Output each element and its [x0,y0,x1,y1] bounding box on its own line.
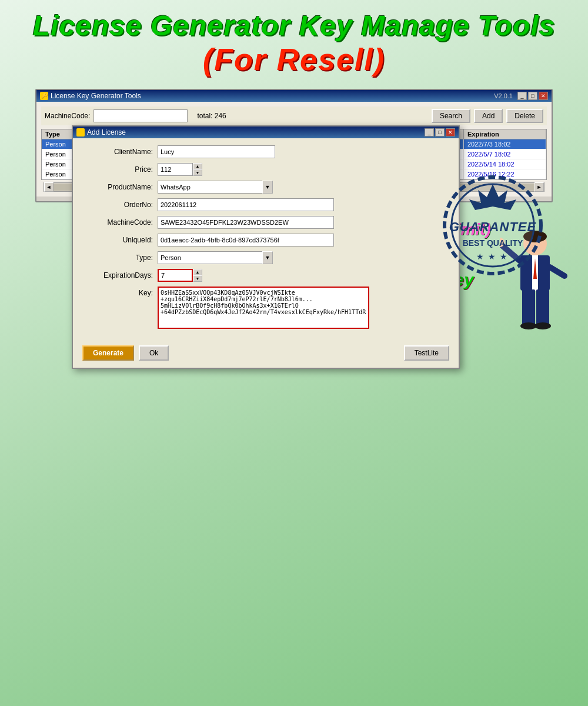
dialog-controls: _ □ ✕ [425,128,455,136]
td-expiration: 2022/7/3 18:02 [464,139,546,149]
key-textarea[interactable]: 0sHHZEaS5xxVOQp43KD8qAz05VJV0vcjWSIkte +… [158,287,369,329]
product-dropdown-arrow[interactable]: ▼ [262,181,273,194]
close-button[interactable]: ✕ [539,92,548,100]
guarantee-stamp: GUARANTEE BEST QUALITY ★ ★ ★ [440,172,546,278]
type-dropdown: ▼ [158,251,273,264]
type-input[interactable] [158,251,263,264]
dialog-minimize-button[interactable]: _ [425,128,434,136]
dialog-content: ClientName: Price: ▲ ▼ ProductName: [73,138,459,341]
td-expiration: 2022/5/7 18:02 [464,149,546,159]
product-name-input[interactable] [158,181,263,194]
type-row: Type: ▼ [82,251,449,264]
svg-text:GUARANTEE: GUARANTEE [449,219,537,234]
type-label: Type: [82,254,153,262]
unique-id-input[interactable] [158,234,334,247]
price-spinner: ▲ ▼ [158,163,202,176]
client-name-row: ClientName: [82,145,449,158]
restore-button[interactable]: □ [528,92,537,100]
ok-button[interactable]: Ok [139,345,169,361]
screenshot-container: 🔑 License Key Generator Tools V2.0.1 _ □… [35,89,553,202]
svg-text:★: ★ [476,252,484,261]
dialog-titlebar: Add License _ □ ✕ [73,126,459,138]
add-button[interactable]: Add [474,109,503,123]
window-controls: _ □ ✕ [517,92,548,100]
svg-line-15 [550,267,564,276]
version-label: V2.0.1 [494,92,513,99]
svg-text:★: ★ [488,252,496,261]
product-dropdown: ▼ [158,181,273,194]
expiration-days-input[interactable] [158,269,193,282]
dialog-machine-code-label: MachineCode: [82,218,153,227]
col-expiration: Expiration [464,129,546,139]
delete-button[interactable]: Delete [506,109,543,123]
minimize-button[interactable]: _ [517,92,527,100]
svg-point-19 [534,322,551,329]
add-license-dialog: Add License _ □ ✕ ClientName: Price: ▲ [72,125,460,369]
td-expiration: 2022/5/14 18:02 [464,159,546,169]
generate-button[interactable]: Generate [82,345,134,361]
key-row: Key: 0sHHZEaS5xxVOQp43KD8qAz05VJV0vcjWSI… [82,287,449,329]
key-label: Key: [82,289,153,297]
window-icon: 🔑 [40,92,48,100]
main-window-titlebar: 🔑 License Key Generator Tools V2.0.1 _ □… [36,90,552,102]
price-up-button[interactable]: ▲ [193,163,202,169]
svg-text:BEST QUALITY: BEST QUALITY [463,238,523,248]
dialog-title-label: Add License [87,128,126,136]
client-name-label: ClientName: [82,148,153,156]
svg-point-18 [520,322,537,329]
expiration-days-row: ExpirationDays: ▲ ▼ [82,269,449,282]
top-bar: MachineCode: total: 246 Search Add Delet… [41,106,547,125]
svg-rect-16 [522,289,535,325]
expiration-down-button[interactable]: ▼ [193,275,202,282]
dialog-close-button[interactable]: ✕ [446,128,455,136]
total-text: total: 246 [197,112,226,120]
dialog-machine-code-row: MachineCode: [82,216,449,229]
machine-code-input[interactable] [93,109,188,122]
type-dropdown-arrow[interactable]: ▼ [262,251,273,264]
order-no-row: OrderNo: [82,198,449,211]
order-no-input[interactable] [158,198,334,211]
page-header: License Generator Key Manage Tools (For … [0,0,588,83]
expiration-days-label: ExpirationDays: [82,271,153,279]
expiration-spin-buttons: ▲ ▼ [193,269,202,282]
price-label: Price: [82,165,153,174]
svg-text:★: ★ [500,252,507,261]
unique-id-row: UniqueId: [82,234,449,247]
window-title: License Key Generator Tools [51,92,141,100]
search-button[interactable]: Search [432,109,470,123]
titlebar-left: 🔑 License Key Generator Tools [40,92,141,100]
price-spin-buttons: ▲ ▼ [193,163,202,176]
dialog-icon [76,128,85,136]
scroll-left-button[interactable]: ◄ [44,182,54,192]
testlite-button[interactable]: TestLite [404,345,449,361]
dialog-restore-button[interactable]: □ [435,128,445,136]
sub-title: (For Resell) [12,42,576,77]
client-name-input[interactable] [158,145,275,158]
product-name-row: ProductName: ▼ [82,181,449,194]
dialog-machine-code-input[interactable] [158,216,334,229]
price-row: Price: ▲ ▼ [82,163,449,176]
dialog-title-left: Add License [76,128,126,136]
expiration-spinner: ▲ ▼ [158,269,202,282]
machine-code-label: MachineCode: [45,112,90,120]
price-down-button[interactable]: ▼ [193,169,202,176]
expiration-up-button[interactable]: ▲ [193,269,202,275]
order-no-label: OrderNo: [82,201,153,209]
dialog-buttons: Generate Ok TestLite [73,341,459,368]
product-name-label: ProductName: [82,183,153,191]
svg-rect-17 [536,289,549,325]
price-input[interactable] [158,163,193,176]
main-title: License Generator Key Manage Tools [12,11,576,42]
unique-id-label: UniqueId: [82,236,153,244]
